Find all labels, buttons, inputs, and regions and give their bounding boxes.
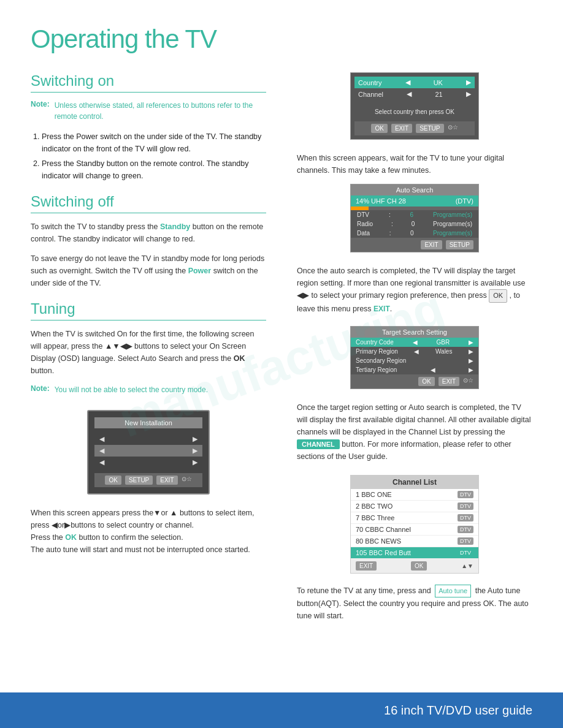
channel-row-5: 80 BBC NEWS DTV — [351, 536, 478, 547]
spacer1 — [354, 100, 475, 107]
channel-badge-1: DTV — [458, 491, 473, 498]
right-column: Country ◀ UK ▶ Channel ◀ 21 ▶ Select cou… — [291, 72, 532, 622]
bottom-bar: 16 inch TV/DVD user guide — [0, 692, 563, 728]
channel-button-label: CHANNEL — [297, 439, 340, 449]
channel-list-buttons: EXIT OK ▲▼ — [351, 559, 478, 573]
country-row: Country ◀ UK ▶ — [354, 77, 475, 88]
tuning-note: Note: You will not be able to select the… — [31, 384, 266, 395]
country-left-arrow: ◀ — [405, 78, 410, 86]
para-after-auto-search: Once the auto search is completed, the T… — [297, 265, 532, 315]
channel-list-title: Channel List — [351, 476, 478, 489]
new-install-screen: New Installation ◀▶ ◀▶ ◀▶ OK SETUP EXIT — [87, 410, 210, 495]
target-region-ok-btn[interactable]: OK — [418, 377, 434, 386]
tuning-para1: When the TV is switched On for the first… — [31, 328, 266, 377]
channel-left-arrow: ◀ — [407, 90, 412, 98]
auto-search-title: Auto Search — [351, 184, 478, 195]
step-1: Press the Power switch on the under side… — [42, 131, 266, 155]
auto-search-screen: Auto Search 14% UHF CH 28 (DTV) DTV : 6 … — [350, 184, 479, 252]
switching-on-title: Switching on — [31, 72, 266, 93]
switching-on-note: Note: Unless otherwise stated, all refer… — [31, 100, 266, 122]
channel-row-4: 70 CBBC Channel DTV — [351, 524, 478, 536]
auto-search-progress-text: 14% UHF CH 28 — [356, 197, 406, 205]
auto-search-radio-row: Radio : 0 Programme(s) — [351, 219, 478, 229]
new-install-title: New Installation — [94, 417, 202, 428]
country-icons: ⊙☆ — [448, 124, 458, 133]
channel-name-6: 105 BBC Red Butt — [356, 549, 411, 556]
target-region-screen: Target Search Setting Country Code ◀ GBR… — [350, 326, 479, 389]
channel-row-3: 7 BBC Three DTV — [351, 512, 478, 524]
auto-search-exit-btn[interactable]: EXIT — [421, 240, 442, 249]
tuning-note-text: You will not be able to select the count… — [55, 384, 208, 395]
new-install-row3: ◀▶ — [94, 457, 202, 468]
channel-list-ok-btn[interactable]: OK — [411, 561, 427, 571]
country-prompt: Select country then press OK — [354, 107, 475, 116]
target-region-buttons: OK EXIT ⊙☆ — [351, 374, 478, 389]
channel-name-5: 80 BBC NEWS — [356, 537, 401, 545]
channel-list-screen-wrapper: Channel List 1 BBC ONE DTV 2 BBC TWO DTV… — [297, 470, 532, 578]
new-install-exit-btn[interactable]: EXIT — [156, 476, 177, 485]
channel-list-exit-btn[interactable]: EXIT — [356, 561, 377, 571]
new-install-ok-btn[interactable]: OK — [105, 476, 121, 485]
auto-search-screen-wrapper: Auto Search 14% UHF CH 28 (DTV) DTV : 6 … — [297, 184, 532, 259]
auto-tune-label: Auto tune — [435, 585, 471, 598]
channel-value: 21 — [435, 91, 442, 98]
target-region-exit-btn[interactable]: EXIT — [439, 377, 459, 386]
country-right-arrow: ▶ — [466, 78, 471, 86]
country-ok-btn[interactable]: OK — [371, 124, 387, 133]
section-switching-off: Switching off To switch the TV to standb… — [31, 193, 266, 289]
new-install-setup-btn[interactable]: SETUP — [125, 476, 153, 485]
switching-off-para2: To save energy do not leave the TV in st… — [31, 252, 266, 289]
switching-off-para1: To switch the TV to standby press the St… — [31, 221, 266, 245]
step-2: Press the Standby button on the remote c… — [42, 157, 266, 182]
switching-on-note-text: Unless otherwise stated, all references … — [55, 100, 266, 122]
country-channel-screen-wrapper: Country ◀ UK ▶ Channel ◀ 21 ▶ Select cou… — [297, 72, 532, 146]
new-install-buttons: OK SETUP EXIT ⊙☆ — [94, 473, 202, 487]
bottom-bar-text: 16 inch TV/DVD user guide — [384, 703, 532, 718]
inline-ok-btn: OK — [489, 289, 507, 303]
target-region-country-row: Country Code ◀ GBR ▶ — [351, 338, 478, 347]
channel-list-up-arrow: ▲▼ — [461, 563, 473, 569]
left-column: Switching on Note: Unless otherwise stat… — [31, 72, 272, 622]
channel-row-1: 1 BBC ONE DTV — [351, 489, 478, 501]
tuning-title: Tuning — [31, 300, 266, 320]
channel-row-6: 105 BBC Red Butt DTV — [351, 547, 478, 559]
channel-name-3: 7 BBC Three — [356, 514, 394, 521]
para-after-target: Once the target region setting or Auto s… — [297, 401, 532, 463]
target-region-secondary-row: Secondary Region ▶ — [351, 356, 478, 365]
switching-on-steps: Press the Power switch on the under side… — [31, 131, 266, 182]
page-title: Operating the TV — [31, 25, 532, 54]
country-setup-btn[interactable]: SETUP — [416, 124, 443, 133]
retune-para: To retune the TV at any time, press and … — [297, 585, 532, 623]
new-install-row2: ◀▶ — [94, 445, 202, 457]
country-channel-screen: Country ◀ UK ▶ Channel ◀ 21 ▶ Select cou… — [350, 72, 479, 140]
country-value: UK — [434, 79, 443, 86]
target-region-title: Target Search Setting — [351, 327, 478, 338]
channel-badge-6: DTV — [458, 549, 473, 556]
channel-row: Channel ◀ 21 ▶ — [354, 88, 475, 100]
target-region-screen-wrapper: Target Search Setting Country Code ◀ GBR… — [297, 322, 532, 395]
auto-search-setup-btn[interactable]: SETUP — [446, 240, 473, 249]
channel-name-2: 2 BBC TWO — [356, 502, 393, 510]
new-install-screen-wrapper: New Installation ◀▶ ◀▶ ◀▶ OK SETUP EXIT — [31, 404, 266, 501]
auto-search-dtv-label: (DTV) — [456, 197, 473, 205]
section-switching-on: Switching on Note: Unless otherwise stat… — [31, 72, 266, 182]
country-exit-btn[interactable]: EXIT — [391, 124, 412, 133]
page-title-row: Operating the TV — [31, 25, 532, 60]
tuning-below-screen-text: When this screen appears press the▼or ▲ … — [31, 507, 266, 556]
channel-badge-3: DTV — [458, 514, 473, 521]
channel-name-1: 1 BBC ONE — [356, 491, 392, 498]
right-para-after-country: When this screen appears, wait for the T… — [297, 152, 532, 176]
channel-badge-2: DTV — [458, 502, 473, 510]
switching-on-note-label: Note: — [31, 100, 50, 122]
country-label: Country — [358, 79, 382, 86]
section-tuning: Tuning When the TV is switched On for th… — [31, 300, 266, 556]
target-region-tertiary-row: Tertiary Region ◀ ▶ — [351, 365, 478, 374]
auto-search-progress-fill — [351, 207, 369, 210]
channel-name-4: 70 CBBC Channel — [356, 526, 411, 533]
target-region-icons: ⊙☆ — [463, 377, 473, 386]
new-install-row1: ◀▶ — [94, 433, 202, 445]
auto-search-dtv-row: DTV : 6 Programme(s) — [351, 210, 478, 219]
channel-list-screen: Channel List 1 BBC ONE DTV 2 BBC TWO DTV… — [350, 475, 479, 574]
new-install-icons: ⊙☆ — [182, 476, 192, 485]
channel-right-arrow: ▶ — [466, 90, 471, 98]
